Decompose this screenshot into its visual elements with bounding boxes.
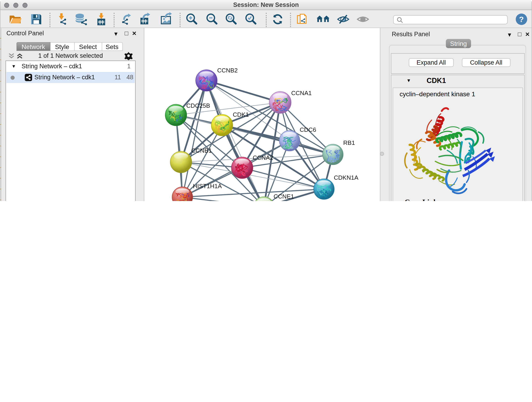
svg-text:HIST1H1A: HIST1H1A (193, 183, 222, 190)
svg-text:CCNB1: CCNB1 (191, 147, 212, 154)
svg-text:CCNA2: CCNA2 (253, 154, 273, 161)
svg-text:CDC6: CDC6 (300, 126, 316, 133)
svg-text:CCNB2: CCNB2 (217, 67, 238, 74)
svg-text:CDC25B: CDC25B (186, 102, 210, 109)
svg-text:CCNE1: CCNE1 (273, 193, 294, 200)
svg-text:CCNA1: CCNA1 (291, 89, 312, 96)
svg-text:?: ? (519, 15, 524, 24)
svg-text:CDKN1A: CDKN1A (334, 174, 358, 181)
svg-text:RB1: RB1 (343, 139, 355, 146)
svg-text:CDK1: CDK1 (233, 111, 249, 118)
